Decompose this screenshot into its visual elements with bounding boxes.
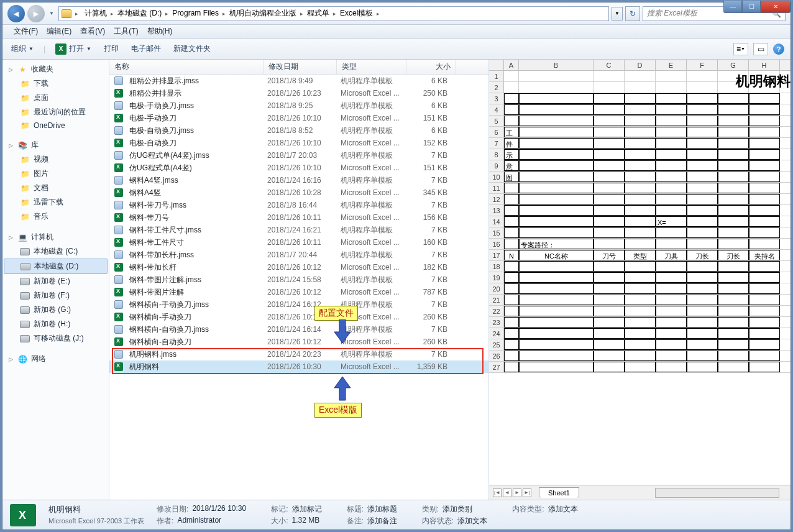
col-name[interactable]: 名称	[109, 60, 264, 74]
refresh-button[interactable]: ↻	[625, 6, 640, 21]
maximize-button[interactable]: ☐	[742, 1, 761, 13]
address-bar[interactable]: ▸ 计算机▸本地磁盘 (D:)▸Program Files▸机明自动编程企业版▸…	[58, 6, 609, 21]
organize-button[interactable]: 组织 ▼	[9, 42, 36, 55]
chevron-right-icon[interactable]: ▸	[74, 11, 80, 17]
sidebar-group-header[interactable]: ▷📚库	[2, 138, 109, 152]
horizontal-scrollbar[interactable]	[655, 488, 779, 498]
sidebar-item[interactable]: 新加卷 (F:)	[2, 288, 109, 303]
col-date[interactable]: 修改日期	[264, 60, 337, 74]
sidebar-item[interactable]: 新加卷 (G:)	[2, 303, 109, 317]
print-button[interactable]: 打印	[101, 42, 121, 55]
chevron-right-icon[interactable]: ▸	[221, 11, 227, 17]
file-row[interactable]: 电极-手动换刀2018/1/26 10:10Microsoft Excel ..…	[109, 112, 488, 124]
file-row[interactable]: 钢料横向-手动换刀.jmss2018/1/24 16:12机明程序单模板7 KB	[109, 298, 488, 311]
file-row[interactable]: 钢料-带刀号.jmss2018/1/8 16:44机明程序单模板7 KB	[109, 199, 488, 211]
close-button[interactable]: ✕	[761, 1, 791, 13]
sidebar-item[interactable]: 新加卷 (H:)	[2, 317, 109, 331]
view-options-button[interactable]: ≡ ▼	[733, 43, 748, 55]
file-row[interactable]: 钢料-带图片注解.jmss2018/1/24 15:58机明程序单模板7 KB	[109, 273, 488, 286]
sidebar-item[interactable]: 📁OneDrive	[2, 119, 109, 132]
sidebar-group-header[interactable]: ▷★收藏夹	[2, 62, 109, 76]
file-row[interactable]: 钢料A4竖.jmss2018/1/24 16:16机明程序单模板7 KB	[109, 174, 488, 186]
file-row[interactable]: 钢料横向-手动换刀2018/1/26 10:12Microsoft Excel …	[109, 311, 488, 323]
breadcrumb-item[interactable]: Excel模板	[337, 7, 375, 19]
status-value[interactable]: 添加文本	[548, 504, 578, 515]
new-folder-button[interactable]: 新建文件夹	[171, 42, 213, 55]
file-row[interactable]: 粗精公并排显示.jmss2018/1/8 9:49机明程序单模板6 KB	[109, 75, 488, 87]
nav-history-dropdown[interactable]: ▼	[47, 7, 56, 20]
file-row[interactable]: 钢料-带工件尺寸2018/1/26 10:11Microsoft Excel .…	[109, 236, 488, 249]
sidebar-item[interactable]: 📁文档	[2, 181, 109, 195]
sidebar-group-header[interactable]: ▷🌐网络	[2, 352, 109, 366]
file-row[interactable]: 机明钢料2018/1/26 10:30Microsoft Excel ...1,…	[109, 360, 488, 373]
file-row[interactable]: 钢料-带图片注解2018/1/26 10:12Microsoft Excel .…	[109, 286, 488, 298]
forward-button[interactable]: ►	[27, 5, 45, 22]
col-type[interactable]: 类型	[337, 60, 406, 74]
sidebar-item[interactable]: 本地磁盘 (D:)	[4, 259, 108, 274]
file-row[interactable]: 电极-自动换刀2018/1/26 10:10Microsoft Excel ..…	[109, 137, 488, 149]
chevron-right-icon[interactable]: ▸	[299, 11, 305, 17]
file-row[interactable]: 钢料-带刀号2018/1/26 10:11Microsoft Excel ...…	[109, 211, 488, 224]
file-row[interactable]: 钢料-带工件尺寸.jmss2018/1/24 16:21机明程序单模板7 KB	[109, 224, 488, 236]
sidebar-item[interactable]: 📁下载	[2, 76, 109, 91]
col-size[interactable]: 大小	[406, 60, 456, 74]
preview-pane-button[interactable]: ▭	[753, 43, 768, 55]
breadcrumb-item[interactable]: 机明自动编程企业版	[227, 7, 299, 19]
sheet-prev-button[interactable]: ◄	[503, 488, 511, 497]
help-icon[interactable]: ?	[773, 44, 784, 55]
sheet-next-button[interactable]: ►	[513, 488, 521, 497]
sidebar-group-header[interactable]: ▷💻计算机	[2, 230, 109, 244]
chevron-right-icon[interactable]: ▸	[375, 11, 381, 17]
breadcrumb-item[interactable]: 程式单	[305, 7, 332, 19]
sidebar-item[interactable]: 📁桌面	[2, 91, 109, 105]
status-value[interactable]: 添加备注	[367, 516, 397, 526]
file-row[interactable]: 仿UG程式单(A4竖).jmss2018/1/7 20:03机明程序单模板7 K…	[109, 149, 488, 162]
breadcrumb-item[interactable]: Program Files	[170, 7, 221, 19]
minimize-button[interactable]: —	[723, 1, 742, 13]
menu-item[interactable]: 文件(F)	[10, 25, 42, 38]
excel-preview-grid[interactable]: ABCDEFGH机明钢料123456工7件8示9意10图11121314X=15…	[489, 60, 791, 481]
file-row[interactable]: 仿UG程式单(A4竖)2018/1/26 10:10Microsoft Exce…	[109, 162, 488, 174]
status-value[interactable]: Administrator	[177, 516, 221, 526]
sidebar-item[interactable]: 📁图片	[2, 167, 109, 181]
file-row[interactable]: 电极-自动换刀.jmss2018/1/8 8:52机明程序单模板6 KB	[109, 124, 488, 137]
status-value[interactable]: 1.32 MB	[292, 516, 320, 526]
file-row[interactable]: 钢料-带加长杆2018/1/26 10:12Microsoft Excel ..…	[109, 261, 488, 273]
sidebar-item[interactable]: 📁视频	[2, 152, 109, 167]
sidebar-item[interactable]: 📁迅雷下载	[2, 195, 109, 209]
sidebar-item[interactable]: 可移动磁盘 (J:)	[2, 331, 109, 346]
breadcrumb-item[interactable]: 计算机	[82, 7, 109, 19]
file-size: 260 KB	[405, 337, 452, 346]
breadcrumb-item[interactable]: 本地磁盘 (D:)	[115, 7, 164, 19]
sheet-last-button[interactable]: ►|	[523, 488, 531, 497]
file-row[interactable]: 钢料-带加长杆.jmss2018/1/7 20:44机明程序单模板7 KB	[109, 249, 488, 261]
chevron-right-icon[interactable]: ▸	[332, 11, 337, 17]
menu-item[interactable]: 编辑(E)	[43, 25, 75, 38]
menu-item[interactable]: 工具(T)	[110, 25, 142, 38]
file-row[interactable]: 钢料横向-自动换刀.jmss2018/1/24 16:14机明程序单模板7 KB	[109, 323, 488, 336]
status-value[interactable]: 添加标题	[367, 504, 397, 515]
status-value[interactable]: 添加标记	[292, 504, 322, 515]
sheet-tab[interactable]: Sheet1	[539, 487, 579, 498]
chevron-right-icon[interactable]: ▸	[109, 11, 115, 17]
email-button[interactable]: 电子邮件	[129, 42, 163, 55]
sidebar-item[interactable]: 新加卷 (E:)	[2, 274, 109, 288]
file-row[interactable]: 钢料横向-自动换刀2018/1/26 10:12Microsoft Excel …	[109, 336, 488, 348]
status-value[interactable]: 添加类别	[442, 504, 472, 515]
status-value[interactable]: 2018/1/26 10:30	[192, 504, 246, 515]
back-button[interactable]: ◄	[7, 5, 25, 22]
sidebar-item[interactable]: 📁音乐	[2, 209, 109, 224]
file-row[interactable]: 电极-手动换刀.jmss2018/1/8 9:25机明程序单模板6 KB	[109, 99, 488, 112]
address-dropdown[interactable]: ▼	[612, 7, 623, 21]
sidebar-item[interactable]: 本地磁盘 (C:)	[2, 244, 109, 259]
sidebar-item[interactable]: 📁最近访问的位置	[2, 105, 109, 119]
file-row[interactable]: 钢料A4竖2018/1/26 10:28Microsoft Excel ...3…	[109, 186, 488, 199]
status-value[interactable]: 添加文本	[457, 516, 487, 526]
open-button[interactable]: X打开 ▼	[53, 42, 94, 56]
chevron-right-icon[interactable]: ▸	[164, 11, 170, 17]
sheet-first-button[interactable]: |◄	[493, 488, 502, 497]
file-row[interactable]: 机明钢料.jmss2018/1/24 20:23机明程序单模板7 KB	[109, 348, 488, 360]
menu-item[interactable]: 查看(V)	[76, 25, 109, 38]
menu-item[interactable]: 帮助(H)	[144, 25, 176, 38]
file-row[interactable]: 粗精公并排显示2018/1/26 10:23Microsoft Excel ..…	[109, 87, 488, 99]
